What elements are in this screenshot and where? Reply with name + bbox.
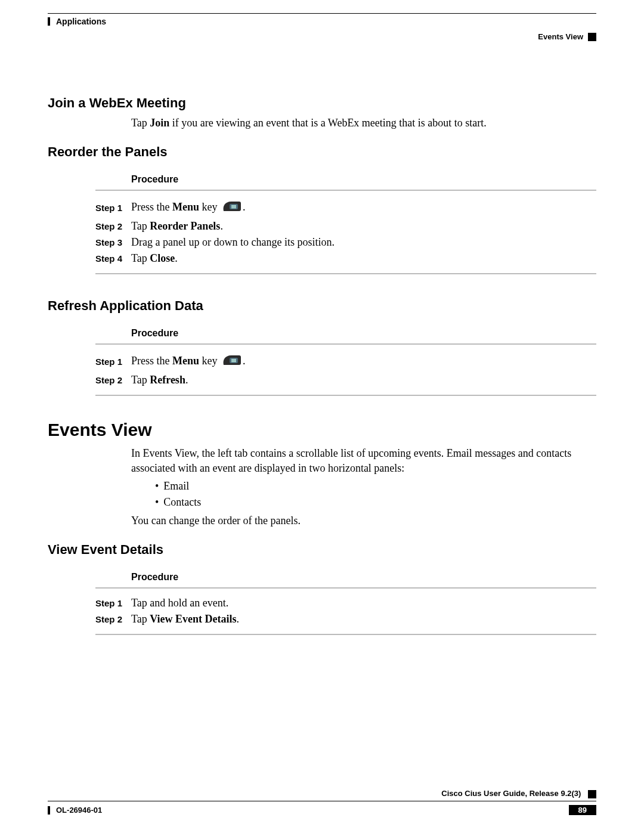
footer-right: 89: [569, 805, 596, 815]
svg-rect-2: [231, 206, 236, 207]
step-label: Step 2: [95, 221, 131, 231]
heading-refresh-data: Refresh Application Data: [48, 298, 596, 314]
step-row: Step 1 Press the Menu key .: [95, 353, 596, 370]
list-item: Email: [155, 480, 596, 493]
paragraph: Tap Join if you are viewing an event tha…: [131, 116, 596, 130]
step-label: Step 1: [95, 357, 131, 367]
footer-rule: [48, 801, 596, 801]
step-text: Tap Refresh.: [131, 374, 596, 386]
bullet-list: Email Contacts: [155, 480, 596, 509]
svg-rect-7: [231, 361, 236, 362]
step-label: Step 1: [95, 203, 131, 213]
step-label: Step 1: [95, 598, 131, 608]
step-text: Tap View Event Details.: [131, 613, 596, 625]
bold-text: View Event Details: [150, 613, 236, 625]
text: .: [237, 613, 240, 625]
text: Cisco Cius User Guide, Release 9.2(3): [441, 789, 581, 798]
divider: [95, 273, 596, 274]
step-text: Press the Menu key .: [131, 199, 596, 216]
square-icon: [588, 790, 596, 798]
text: .: [243, 355, 246, 367]
divider: [95, 395, 596, 396]
bold-text: Join: [150, 117, 169, 129]
doc-id: OL-26946-01: [56, 806, 102, 815]
procedure-label: Procedure: [131, 572, 596, 583]
heading-reorder-panels: Reorder the Panels: [48, 144, 596, 160]
divider: [95, 190, 596, 191]
step-text: Tap Close.: [131, 252, 596, 265]
text: key: [199, 355, 220, 367]
page: Applications Events View Join a WebEx Me…: [0, 0, 644, 833]
bold-text: Close: [150, 252, 175, 264]
step-text: Press the Menu key .: [131, 353, 596, 370]
chapter-label: Applications: [56, 17, 106, 26]
text: .: [185, 374, 188, 386]
svg-rect-3: [231, 208, 236, 208]
step-row: Step 2 Tap View Event Details.: [95, 613, 596, 625]
divider: [95, 587, 596, 589]
paragraph: In Events View, the left tab contains a …: [131, 446, 596, 475]
footer-left: OL-26946-01: [48, 806, 102, 815]
procedure-label: Procedure: [131, 174, 596, 185]
page-footer: Cisco Cius User Guide, Release 9.2(3) OL…: [48, 789, 596, 815]
vertical-bar-icon: [48, 17, 50, 26]
text: Tap: [131, 613, 150, 625]
text: Tap: [131, 374, 150, 386]
step-row: Step 4 Tap Close.: [95, 252, 596, 265]
step-label: Step 2: [95, 614, 131, 624]
step-row: Step 1 Press the Menu key .: [95, 199, 596, 216]
bold-text: Reorder Panels: [150, 220, 220, 232]
header-right: Events View: [538, 32, 596, 41]
list-item: Contacts: [155, 496, 596, 509]
guide-title: Cisco Cius User Guide, Release 9.2(3): [48, 789, 596, 798]
text: Tap: [131, 252, 150, 264]
steps-reorder: Step 1 Press the Menu key . Step 2 Tap R…: [95, 199, 596, 265]
menu-key-icon: [221, 199, 242, 216]
svg-rect-6: [231, 360, 236, 361]
page-header: Applications Events View: [48, 12, 596, 42]
square-icon: [588, 33, 596, 41]
text: key: [199, 201, 220, 213]
text: .: [175, 252, 178, 264]
procedure-label: Procedure: [131, 328, 596, 339]
divider: [95, 343, 596, 345]
text: Press the: [131, 355, 172, 367]
step-label: Step 2: [95, 375, 131, 385]
step-row: Step 1 Tap and hold an event.: [95, 597, 596, 609]
menu-key-icon: [221, 353, 242, 370]
svg-rect-5: [231, 359, 236, 360]
vertical-bar-icon: [48, 806, 50, 815]
step-label: Step 3: [95, 237, 131, 247]
heading-events-view: Events View: [48, 420, 596, 440]
footer-row: OL-26946-01 89: [48, 805, 596, 815]
step-label: Step 4: [95, 253, 131, 264]
step-row: Step 3 Drag a panel up or down to change…: [95, 236, 596, 249]
page-number: 89: [569, 805, 596, 815]
step-text: Tap and hold an event.: [131, 597, 596, 609]
text: Press the: [131, 201, 172, 213]
text: Tap: [131, 117, 150, 129]
heading-join-webex: Join a WebEx Meeting: [48, 95, 596, 111]
step-row: Step 2 Tap Reorder Panels.: [95, 220, 596, 233]
text: .: [243, 201, 246, 213]
steps-refresh: Step 1 Press the Menu key . Step 2 Tap R…: [95, 353, 596, 386]
content: Join a WebEx Meeting Tap Join if you are…: [48, 95, 596, 635]
section-label: Events View: [538, 32, 583, 41]
header-left: Applications: [48, 17, 106, 26]
heading-view-event-details: View Event Details: [48, 542, 596, 558]
divider: [95, 634, 596, 635]
bold-text: Refresh: [150, 374, 185, 386]
svg-rect-1: [231, 205, 236, 206]
step-text: Tap Reorder Panels.: [131, 220, 596, 233]
steps-view-details: Step 1 Tap and hold an event. Step 2 Tap…: [95, 597, 596, 625]
bold-text: Menu: [172, 201, 199, 213]
paragraph: You can change the order of the panels.: [131, 513, 596, 528]
text: Tap: [131, 220, 150, 232]
bold-text: Menu: [172, 355, 199, 367]
text: if you are viewing an event that is a We…: [169, 117, 487, 129]
step-row: Step 2 Tap Refresh.: [95, 374, 596, 386]
step-text: Drag a panel up or down to change its po…: [131, 236, 596, 249]
text: .: [220, 220, 223, 232]
